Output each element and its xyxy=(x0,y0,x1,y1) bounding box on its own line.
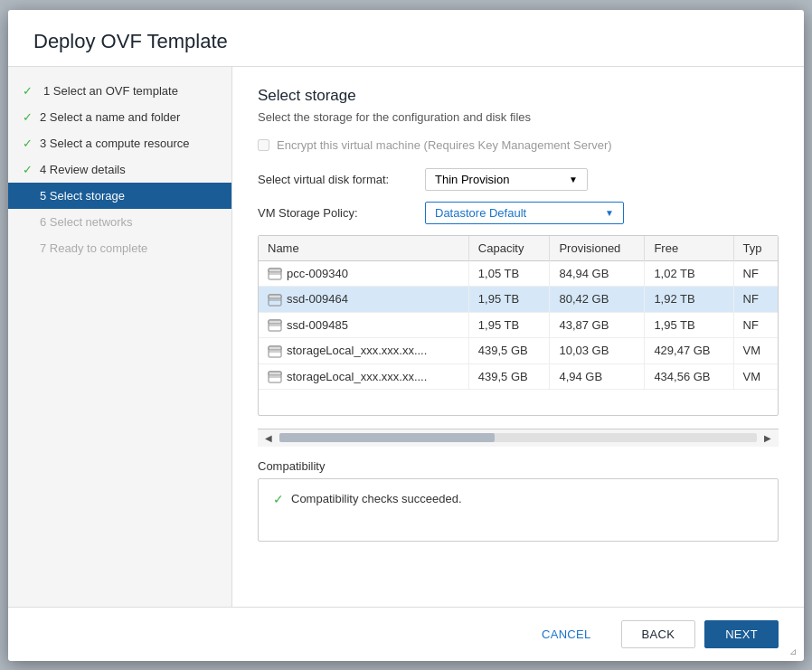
datastore-icon xyxy=(268,268,282,280)
col-provisioned: Provisioned xyxy=(550,236,645,261)
check-icon-step1: ✓ xyxy=(23,84,33,98)
next-button[interactable]: NEXT xyxy=(704,620,779,648)
check-icon-step3: ✓ xyxy=(23,137,33,150)
cell-type: NF xyxy=(733,312,778,338)
encrypt-label: Encrypt this virtual machine (Requires K… xyxy=(277,138,612,152)
table-header-row: Name Capacity Provisioned Free Typ xyxy=(259,236,778,261)
col-name: Name xyxy=(259,236,468,261)
modal-title: Deploy OVF Template xyxy=(8,10,804,67)
scroll-right-arrow[interactable]: ▶ xyxy=(760,431,775,445)
cell-name: pcc-009340 xyxy=(259,260,468,287)
table-row[interactable]: storageLocal_xxx.xxx.xx....439,5 GB4,94 … xyxy=(259,363,778,390)
table-row[interactable]: ssd-0094641,95 TB80,42 GB1,92 TBNF xyxy=(259,287,778,313)
modal-footer: CANCEL BACK NEXT xyxy=(8,607,804,661)
compatibility-section: Compatibility ✓ Compatibility checks suc… xyxy=(258,459,779,542)
cell-capacity: 1,95 TB xyxy=(468,287,550,313)
col-type: Typ xyxy=(733,236,778,261)
cell-provisioned: 43,87 GB xyxy=(550,312,645,338)
storage-table: Name Capacity Provisioned Free Typ pcc-0… xyxy=(259,236,778,391)
table-row[interactable]: storageLocal_xxx.xxx.xx....439,5 GB10,03… xyxy=(259,338,778,364)
cell-capacity: 1,05 TB xyxy=(468,260,550,287)
sidebar-item-step4[interactable]: ✓ 4 Review details xyxy=(8,156,231,183)
section-title: Select storage xyxy=(258,87,779,105)
cell-provisioned: 4,94 GB xyxy=(550,363,645,390)
chevron-down-icon: ▼ xyxy=(569,175,578,184)
cell-provisioned: 84,94 GB xyxy=(550,260,645,287)
sidebar-item-step3[interactable]: ✓ 3 Select a compute resource xyxy=(8,130,231,156)
step1-label: Select an OVF template xyxy=(53,84,178,98)
datastore-icon xyxy=(268,345,282,358)
datastore-icon xyxy=(268,371,282,383)
disk-format-row: Select virtual disk format: Thin Provisi… xyxy=(258,168,779,191)
cell-name: storageLocal_xxx.xxx.xx.... xyxy=(259,363,468,390)
storage-policy-row: VM Storage Policy: Datastore Default ▼ xyxy=(258,202,779,224)
svg-rect-1 xyxy=(269,269,281,272)
cell-name: storageLocal_xxx.xxx.xx.... xyxy=(259,338,468,364)
datastore-icon xyxy=(268,294,282,307)
svg-rect-10 xyxy=(269,346,281,350)
encrypt-checkbox[interactable] xyxy=(258,139,269,151)
step5-label: Select storage xyxy=(50,189,125,203)
disk-format-select[interactable]: Thin Provision ▼ xyxy=(425,168,588,191)
check-icon-step4: ✓ xyxy=(23,163,33,176)
cell-free: 1,95 TB xyxy=(645,312,733,338)
cell-type: NF xyxy=(733,287,778,313)
check-icon-step2: ✓ xyxy=(23,110,33,124)
cell-name: ssd-009464 xyxy=(259,287,468,313)
svg-rect-13 xyxy=(269,372,281,375)
col-capacity: Capacity xyxy=(468,236,550,261)
main-content: Select storage Select the storage for th… xyxy=(232,67,804,607)
scroll-track[interactable] xyxy=(279,433,757,442)
sidebar-item-step1[interactable]: ✓ 1 Select an OVF template xyxy=(8,78,231,104)
resize-handle[interactable]: ⊿ xyxy=(789,646,800,657)
step4-label: Review details xyxy=(50,163,126,176)
table-row[interactable]: pcc-0093401,05 TB84,94 GB1,02 TBNF xyxy=(259,260,778,287)
sidebar-item-step2[interactable]: ✓ 2 Select a name and folder xyxy=(8,104,231,130)
cell-provisioned: 80,42 GB xyxy=(550,287,645,313)
compat-message: Compatibility checks succeeded. xyxy=(291,492,462,505)
horizontal-scrollbar[interactable]: ◀ ▶ xyxy=(258,429,779,447)
step2-label: Select a name and folder xyxy=(50,110,181,124)
cell-type: NF xyxy=(733,260,778,287)
wizard-sidebar: ✓ 1 Select an OVF template ✓ 2 Select a … xyxy=(8,67,232,607)
step3-label: Select a compute resource xyxy=(50,137,190,150)
storage-table-container[interactable]: Name Capacity Provisioned Free Typ pcc-0… xyxy=(258,235,779,416)
sidebar-item-step7: ✓ 7 Ready to complete xyxy=(8,235,231,261)
scroll-left-arrow[interactable]: ◀ xyxy=(261,431,276,445)
svg-rect-7 xyxy=(269,320,281,324)
table-row[interactable]: ssd-0094851,95 TB43,87 GB1,95 TBNF xyxy=(259,312,778,338)
cancel-button[interactable]: CANCEL xyxy=(521,620,612,648)
cell-capacity: 439,5 GB xyxy=(468,363,550,390)
cell-type: VM xyxy=(733,338,778,364)
cell-provisioned: 10,03 GB xyxy=(550,338,645,364)
col-free: Free xyxy=(645,236,733,261)
compat-success-row: ✓ Compatibility checks succeeded. xyxy=(273,492,763,506)
cell-capacity: 439,5 GB xyxy=(468,338,550,364)
cell-name: ssd-009485 xyxy=(259,312,468,338)
sidebar-item-step5[interactable]: ✓ 5 Select storage xyxy=(8,183,231,209)
storage-policy-value: Datastore Default xyxy=(435,206,526,220)
section-subtitle: Select the storage for the configuration… xyxy=(258,110,779,124)
storage-policy-select[interactable]: Datastore Default ▼ xyxy=(425,202,624,224)
compatibility-box: ✓ Compatibility checks succeeded. xyxy=(258,478,779,542)
compatibility-label: Compatibility xyxy=(258,459,779,473)
svg-rect-4 xyxy=(269,295,281,298)
step6-label: Select networks xyxy=(50,215,133,229)
encrypt-row: Encrypt this virtual machine (Requires K… xyxy=(258,138,779,152)
modal-body: ✓ 1 Select an OVF template ✓ 2 Select a … xyxy=(8,67,804,607)
cell-free: 434,56 GB xyxy=(645,363,733,390)
deploy-ovf-modal: Deploy OVF Template ✓ 1 Select an OVF te… xyxy=(8,10,804,661)
cell-free: 1,02 TB xyxy=(645,260,733,287)
disk-format-value: Thin Provision xyxy=(435,173,509,186)
compat-check-icon: ✓ xyxy=(273,492,284,506)
back-button[interactable]: BACK xyxy=(621,620,696,648)
step7-label: Ready to complete xyxy=(50,241,147,255)
disk-format-label: Select virtual disk format: xyxy=(258,173,425,186)
chevron-down-icon-2: ▼ xyxy=(605,208,614,218)
scroll-thumb xyxy=(279,433,495,442)
cell-free: 1,92 TB xyxy=(645,287,733,313)
sidebar-item-step6: ✓ 6 Select networks xyxy=(8,209,231,235)
cell-free: 429,47 GB xyxy=(645,338,733,364)
cell-capacity: 1,95 TB xyxy=(468,312,550,338)
storage-policy-label: VM Storage Policy: xyxy=(258,206,425,220)
